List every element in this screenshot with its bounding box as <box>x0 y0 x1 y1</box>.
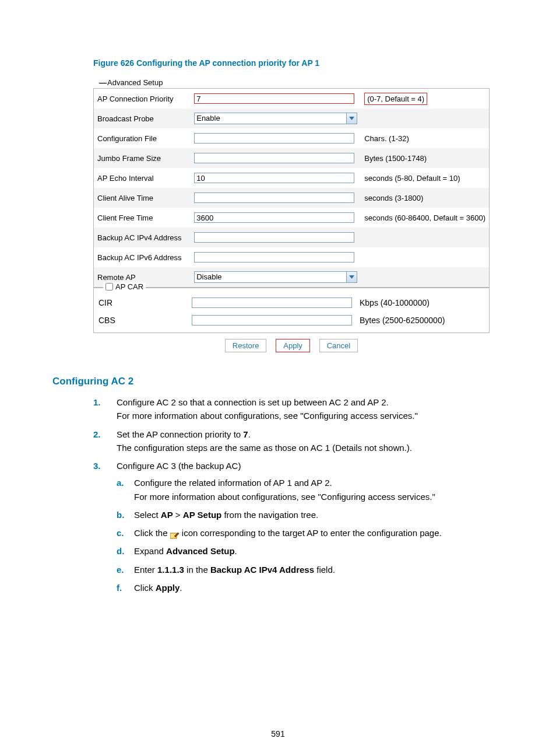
cir-input[interactable] <box>192 298 352 308</box>
text: from the navigation tree. <box>221 510 318 520</box>
ap-car-legend[interactable]: AP CAR <box>103 282 146 291</box>
row-label-backup-ipv6: Backup AC IPv6 Address <box>94 247 191 267</box>
client-alive-time-input[interactable] <box>194 192 354 203</box>
ap-car-fieldset: AP CAR CIR Kbps (40-1000000) CBS Bytes (… <box>93 288 490 333</box>
row-label-client-alive: Client Alive Time <box>94 188 191 208</box>
row-label-ap-priority: AP Connection Priority <box>94 89 191 109</box>
row-hint-backup-ipv4 <box>361 228 489 247</box>
row-label-broadcast-probe: Broadcast Probe <box>94 108 191 128</box>
list-item: Select AP > AP Setup from the navigation… <box>117 508 504 522</box>
row-label-echo-interval: AP Echo Interval <box>94 168 191 188</box>
select-value: Enable <box>196 114 220 123</box>
row-label-config-file: Configuration File <box>94 128 191 148</box>
text: . <box>235 546 237 556</box>
row-hint-client-alive: seconds (3-1800) <box>361 188 489 208</box>
ap-car-checkbox[interactable] <box>105 283 113 290</box>
edit-icon <box>170 530 180 538</box>
row-hint-backup-ipv6 <box>361 247 489 267</box>
ap-car-label: AP CAR <box>115 282 143 291</box>
text-bold: Apply <box>156 583 180 593</box>
list-item: Configure AC 2 so that a connection is s… <box>93 396 504 423</box>
text: Enter <box>134 565 157 575</box>
row-hint-remote-ap <box>361 267 489 288</box>
cancel-button[interactable]: Cancel <box>319 339 358 352</box>
remote-ap-select[interactable]: Disable <box>194 271 357 283</box>
broadcast-probe-select[interactable]: Enable <box>194 113 357 124</box>
text: The configuration steps are the same as … <box>117 443 412 453</box>
chevron-down-icon <box>346 113 357 124</box>
button-row: Restore Apply Cancel <box>93 339 490 352</box>
row-hint-echo-interval: seconds (5-80, Default = 10) <box>361 168 489 188</box>
section-heading-configuring-ac2: Configuring AC 2 <box>52 376 504 387</box>
row-hint-broadcast-probe <box>361 108 489 128</box>
figure-caption: Figure 626 Configuring the AP connection… <box>93 58 504 68</box>
text: Click <box>134 583 156 593</box>
advanced-setup-toggle[interactable]: —Advanced Setup <box>99 78 504 87</box>
apply-button[interactable]: Apply <box>276 339 310 352</box>
text: Set the AP connection priority to <box>117 429 243 439</box>
row-label-client-free: Client Free Time <box>94 208 191 228</box>
text: in the <box>184 565 210 575</box>
list-item: Expand Advanced Setup. <box>117 544 504 558</box>
text-bold: Backup AC IPv4 Address <box>210 565 314 575</box>
text-bold: AP <box>161 510 173 520</box>
backup-ac-ipv4-input[interactable] <box>194 232 354 243</box>
text: Expand <box>134 546 166 556</box>
sub-instructions-list: Configure the related information of AP … <box>117 476 504 594</box>
list-item: Configure the related information of AP … <box>117 476 504 503</box>
ap-connection-priority-input[interactable] <box>194 93 354 104</box>
restore-button[interactable]: Restore <box>225 339 267 352</box>
cbs-input[interactable] <box>192 315 352 326</box>
text: Select <box>134 510 161 520</box>
advanced-setup-panel: —Advanced Setup AP Connection Priority (… <box>93 78 504 352</box>
list-item: Set the AP connection priority to 7. The… <box>93 428 504 455</box>
svg-marker-0 <box>349 117 354 120</box>
text: . <box>180 583 182 593</box>
collapse-icon: — <box>99 78 107 87</box>
row-hint-cir: Kbps (40-1000000) <box>355 298 430 307</box>
text: For more information about configuration… <box>117 411 418 421</box>
list-item: Click the icon corresponding to the targ… <box>117 526 504 540</box>
list-item: Enter 1.1.1.3 in the Backup AC IPv4 Addr… <box>117 563 504 576</box>
row-label-cir: CIR <box>97 298 192 307</box>
text: Configure AC 3 (the backup AC) <box>117 461 241 471</box>
configuration-file-input[interactable] <box>194 133 354 144</box>
config-form-table: AP Connection Priority (0-7, Default = 4… <box>93 88 490 288</box>
client-free-time-input[interactable] <box>194 212 354 223</box>
chevron-down-icon <box>346 272 357 282</box>
row-hint-client-free: seconds (60-86400, Default = 3600) <box>361 208 489 228</box>
text-bold: AP Setup <box>183 510 221 520</box>
text: Configure the related information of AP … <box>134 478 332 488</box>
row-hint-jumbo-frame: Bytes (1500-1748) <box>361 148 489 168</box>
jumbo-frame-size-input[interactable] <box>194 153 354 163</box>
advanced-setup-label: Advanced Setup <box>107 78 163 87</box>
text-bold: 7 <box>243 429 248 439</box>
text: field. <box>314 565 335 575</box>
backup-ac-ipv6-input[interactable] <box>194 252 354 262</box>
row-hint-cbs: Bytes (2500-62500000) <box>355 316 445 325</box>
page-number: 591 <box>0 729 556 738</box>
text: > <box>173 510 183 520</box>
ap-echo-interval-input[interactable] <box>194 173 354 183</box>
svg-marker-1 <box>349 275 354 279</box>
list-item: Configure AC 3 (the backup AC) Configure… <box>93 459 504 594</box>
row-label-jumbo-frame: Jumbo Frame Size <box>94 148 191 168</box>
text: Configure AC 2 so that a connection is s… <box>117 397 389 407</box>
row-hint-config-file: Chars. (1-32) <box>361 128 489 148</box>
instructions-list: Configure AC 2 so that a connection is s… <box>93 396 504 594</box>
row-label-backup-ipv4: Backup AC IPv4 Address <box>94 228 191 247</box>
text: For more information about configuration… <box>134 492 435 502</box>
text: icon corresponding to the target AP to e… <box>180 528 442 538</box>
list-item: Click Apply. <box>117 581 504 594</box>
row-hint-ap-priority: (0-7, Default = 4) <box>364 93 427 105</box>
text-bold: 1.1.1.3 <box>157 565 184 575</box>
text: Click the <box>134 528 170 538</box>
text: . <box>248 429 251 439</box>
text-bold: Advanced Setup <box>166 546 235 556</box>
select-value: Disable <box>196 272 221 281</box>
row-label-cbs: CBS <box>97 316 192 325</box>
